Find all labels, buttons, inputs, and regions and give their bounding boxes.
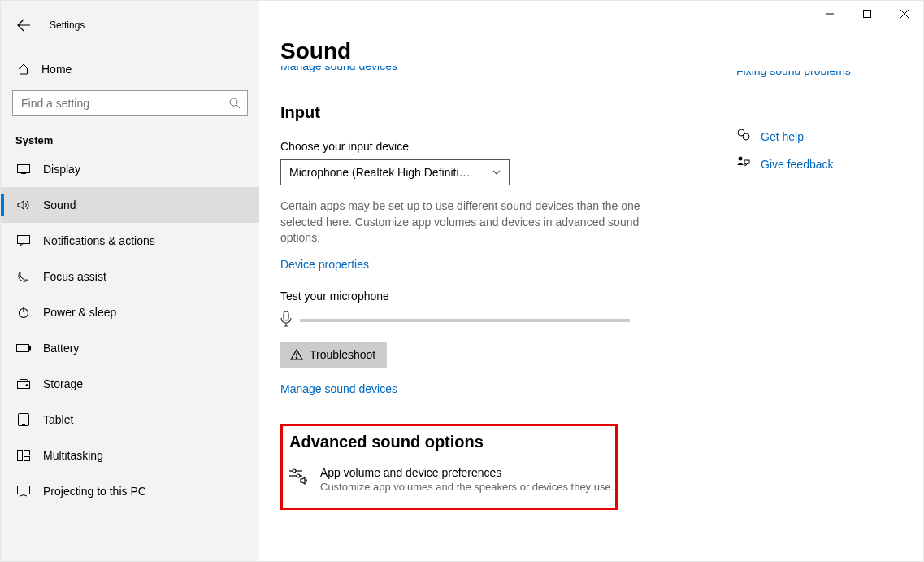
maximize-button[interactable]: [848, 1, 886, 27]
svg-rect-13: [18, 451, 23, 461]
battery-icon: [15, 344, 32, 352]
sidebar-item-label: Sound: [43, 198, 76, 211]
device-properties-link[interactable]: Device properties: [280, 258, 369, 271]
sidebar-item-label: Multitasking: [43, 449, 103, 462]
advanced-sound-highlight: Advanced sound options App volume and de…: [280, 424, 618, 510]
sidebar-section-label: System: [15, 134, 259, 146]
mic-level-bar: [300, 319, 630, 322]
input-description: Certain apps may be set up to use differ…: [280, 198, 654, 246]
page-title: Sound: [280, 38, 917, 64]
fixing-sound-link[interactable]: Fixing sound problems: [736, 71, 899, 78]
projecting-icon: [15, 486, 32, 497]
microphone-icon: [280, 311, 292, 330]
svg-rect-18: [864, 11, 871, 18]
svg-point-31: [297, 474, 300, 477]
app-title: Settings: [50, 20, 85, 31]
notifications-icon: [15, 235, 32, 246]
sidebar-item-storage[interactable]: Storage: [1, 366, 259, 402]
selected-device-text: Microphone (Realtek High Definitio…: [289, 166, 476, 179]
sidebar-item-notifications[interactable]: Notifications & actions: [1, 223, 259, 259]
give-feedback-link[interactable]: Give feedback: [761, 158, 834, 171]
storage-icon: [15, 379, 32, 389]
home-label: Home: [41, 63, 72, 76]
focus-assist-icon: [15, 270, 32, 283]
display-icon: [15, 164, 32, 174]
advanced-sound-heading: Advanced sound options: [289, 433, 615, 451]
svg-rect-24: [744, 160, 749, 163]
svg-point-22: [743, 133, 749, 140]
svg-point-23: [739, 157, 743, 161]
window-controls: [811, 1, 923, 27]
sidebar-item-label: Focus assist: [43, 270, 106, 283]
sidebar-item-label: Tablet: [43, 413, 73, 426]
chevron-down-icon: [492, 168, 501, 176]
sidebar-item-projecting[interactable]: Projecting to this PC: [1, 473, 259, 509]
app-volume-preferences[interactable]: App volume and device preferences Custom…: [289, 466, 615, 493]
svg-point-10: [26, 385, 28, 386]
svg-point-29: [293, 469, 296, 473]
sidebar-item-display[interactable]: Display: [1, 151, 259, 187]
svg-rect-8: [29, 346, 31, 350]
troubleshoot-button[interactable]: Troubleshoot: [280, 342, 387, 368]
input-device-select[interactable]: Microphone (Realtek High Definitio…: [280, 159, 510, 185]
sidebar: Settings Home System Display Sound: [1, 1, 259, 561]
sidebar-item-label: Projecting to this PC: [43, 485, 146, 498]
sidebar-item-sound[interactable]: Sound: [1, 187, 259, 223]
sidebar-nav: Display Sound Notifications & actions Fo…: [1, 151, 259, 509]
svg-rect-7: [17, 345, 29, 352]
manage-sound-devices-link[interactable]: Manage sound devices: [280, 382, 397, 395]
minimize-button[interactable]: [811, 1, 848, 27]
tablet-icon: [15, 413, 32, 426]
get-help-link[interactable]: Get help: [761, 130, 804, 143]
app-volume-title: App volume and device preferences: [320, 466, 614, 479]
svg-rect-25: [284, 311, 288, 320]
mic-test-row: [280, 311, 630, 330]
sidebar-item-label: Display: [43, 163, 80, 176]
svg-point-27: [296, 357, 297, 358]
troubleshoot-label: Troubleshoot: [310, 348, 375, 361]
svg-rect-15: [24, 457, 30, 461]
sidebar-home[interactable]: Home: [1, 54, 259, 84]
right-panel: Fixing sound problems Get help Give feed…: [736, 71, 899, 173]
power-icon: [15, 306, 32, 319]
sidebar-item-focus-assist[interactable]: Focus assist: [1, 259, 259, 294]
svg-rect-2: [18, 165, 30, 173]
back-button[interactable]: [9, 11, 38, 40]
svg-rect-16: [18, 486, 30, 494]
app-volume-icon: [289, 468, 309, 493]
feedback-icon: [736, 155, 751, 173]
sidebar-item-power-sleep[interactable]: Power & sleep: [1, 294, 259, 330]
sidebar-item-battery[interactable]: Battery: [1, 330, 259, 366]
svg-rect-14: [24, 451, 30, 455]
app-volume-desc: Customize app volumes and the speakers o…: [320, 481, 614, 493]
sidebar-item-label: Power & sleep: [43, 306, 116, 319]
sidebar-item-multitasking[interactable]: Multitasking: [1, 438, 259, 473]
help-icon: [736, 128, 751, 146]
multitasking-icon: [15, 450, 32, 461]
warning-icon: [290, 348, 303, 361]
sidebar-item-tablet[interactable]: Tablet: [1, 402, 259, 438]
close-button[interactable]: [886, 1, 923, 27]
sound-icon: [15, 199, 32, 211]
search-input[interactable]: [12, 90, 248, 116]
home-icon: [15, 63, 32, 76]
sidebar-item-label: Battery: [43, 342, 79, 355]
content-area: Fixing sound problems Get help Give feed…: [259, 1, 923, 561]
test-mic-label: Test your microphone: [280, 290, 917, 303]
svg-rect-4: [18, 236, 30, 244]
sidebar-item-label: Storage: [43, 377, 83, 390]
sidebar-item-label: Notifications & actions: [43, 234, 155, 247]
